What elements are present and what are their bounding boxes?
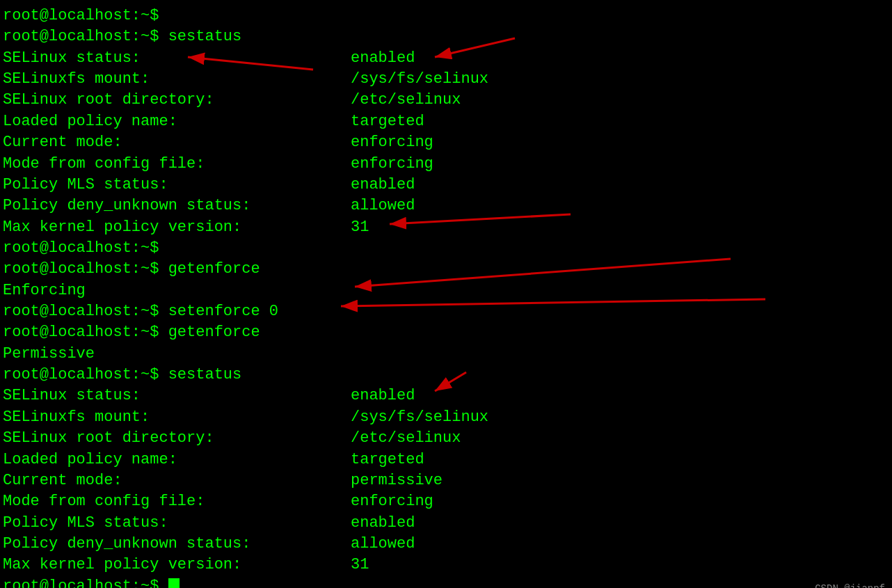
terminal-line: Policy deny_unknown status:allowed xyxy=(3,196,892,216)
terminal-line: Policy MLS status:enabled xyxy=(3,513,892,534)
terminal-line: Loaded policy name:targeted xyxy=(3,111,892,132)
terminal-line: Policy deny_unknown status:allowed xyxy=(3,534,892,555)
terminal-line: Max kernel policy version:31 xyxy=(3,217,892,238)
status-label: Policy deny_unknown status: xyxy=(3,534,351,555)
status-value: 31 xyxy=(351,555,369,575)
status-value: enabled xyxy=(351,386,415,406)
terminal-line: root@localhost:~$ xyxy=(3,238,892,259)
status-value: targeted xyxy=(351,450,424,470)
status-label: Policy MLS status: xyxy=(3,513,351,534)
terminal-line: Mode from config file:enforcing xyxy=(3,491,892,512)
terminal-line: root@localhost:~$ xyxy=(3,6,892,26)
terminal-cursor xyxy=(168,578,180,588)
status-value: enabled xyxy=(351,513,415,534)
terminal-line: SELinuxfs mount:/sys/fs/selinux xyxy=(3,407,892,428)
status-label: SELinuxfs mount: xyxy=(3,407,351,428)
terminal-line: Loaded policy name:targeted xyxy=(3,450,892,470)
terminal-line: SELinux status:enabled xyxy=(3,48,892,69)
status-value: enforcing xyxy=(351,491,433,512)
terminal-line: Current mode:permissive xyxy=(3,470,892,491)
terminal-line: Enforcing xyxy=(3,280,892,301)
status-label: SELinux root directory: xyxy=(3,428,351,449)
terminal-line: root@localhost:~$ getenforce xyxy=(3,259,892,280)
status-label: SELinux root directory: xyxy=(3,90,351,111)
terminal-line: Max kernel policy version:31 xyxy=(3,555,892,575)
status-value: enforcing xyxy=(351,154,433,175)
status-value: /etc/selinux xyxy=(351,90,461,111)
status-value: /etc/selinux xyxy=(351,428,461,449)
terminal-line: SELinux root directory:/etc/selinux xyxy=(3,428,892,449)
status-value: /sys/fs/selinux xyxy=(351,69,488,90)
terminal-line: root@localhost:~$ xyxy=(3,576,892,588)
status-value: targeted xyxy=(351,111,424,132)
status-value: enabled xyxy=(351,48,415,69)
terminal-output: root@localhost:~$ root@localhost:~$ sest… xyxy=(3,6,892,588)
terminal-line: SELinux status:enabled xyxy=(3,386,892,406)
status-label: Policy deny_unknown status: xyxy=(3,196,351,216)
status-value: 31 xyxy=(351,217,369,238)
status-label: Current mode: xyxy=(3,132,351,153)
status-value: /sys/fs/selinux xyxy=(351,407,488,428)
status-value: permissive xyxy=(351,470,443,491)
terminal-line: Mode from config file:enforcing xyxy=(3,154,892,175)
terminal-line: root@localhost:~$ setenforce 0 xyxy=(3,301,892,322)
status-label: Max kernel policy version: xyxy=(3,555,351,575)
status-value: allowed xyxy=(351,196,415,216)
terminal-line: root@localhost:~$ sestatus xyxy=(3,365,892,386)
status-label: Max kernel policy version: xyxy=(3,217,351,238)
status-label: Current mode: xyxy=(3,470,351,491)
terminal-line: Permissive xyxy=(3,344,892,365)
status-label: Loaded policy name: xyxy=(3,111,351,132)
status-value: allowed xyxy=(351,534,415,555)
terminal-line: SELinux root directory:/etc/selinux xyxy=(3,90,892,111)
status-value: enforcing xyxy=(351,132,433,153)
terminal-line: SELinuxfs mount:/sys/fs/selinux xyxy=(3,69,892,90)
terminal-line: root@localhost:~$ sestatus xyxy=(3,26,892,47)
status-label: Loaded policy name: xyxy=(3,450,351,470)
watermark: CSDN @jianpf xyxy=(815,582,885,588)
status-label: SELinux status: xyxy=(3,386,351,406)
terminal-line: root@localhost:~$ getenforce xyxy=(3,322,892,343)
status-label: SELinux status: xyxy=(3,48,351,69)
terminal-line: Policy MLS status:enabled xyxy=(3,175,892,196)
status-label: Mode from config file: xyxy=(3,491,351,512)
terminal-line: Current mode:enforcing xyxy=(3,132,892,153)
status-label: SELinuxfs mount: xyxy=(3,69,351,90)
status-label: Policy MLS status: xyxy=(3,175,351,196)
status-value: enabled xyxy=(351,175,415,196)
status-label: Mode from config file: xyxy=(3,154,351,175)
